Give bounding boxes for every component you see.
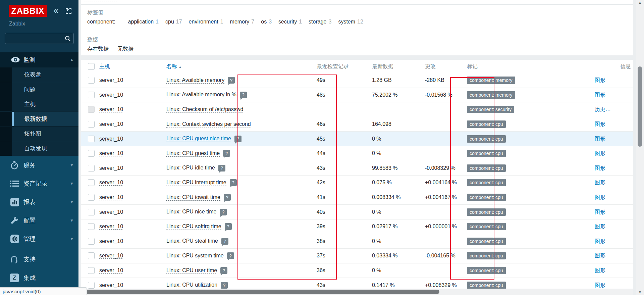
tag-badge[interactable]: component: cpu	[467, 208, 506, 216]
row-checkbox[interactable]	[88, 77, 95, 84]
row-checkbox[interactable]	[88, 121, 95, 128]
tag-filter-link[interactable]: storage	[309, 19, 326, 25]
sidebar-item-服务[interactable]: 服务▼	[0, 156, 78, 174]
host-link[interactable]: server_10	[99, 180, 123, 186]
sidebar-item-资产记录[interactable]: 资产记录▼	[0, 174, 78, 193]
help-icon[interactable]: ?	[225, 223, 232, 230]
info-link[interactable]: 历史…	[595, 106, 611, 112]
tag-filter-link[interactable]: system	[338, 19, 355, 25]
column-header-host[interactable]: 主机	[99, 63, 110, 70]
sidebar-item-配置[interactable]: 配置▼	[0, 211, 78, 230]
row-checkbox[interactable]	[88, 267, 95, 274]
tag-badge[interactable]: component: memory	[467, 91, 515, 99]
sidebar-item-monitoring[interactable]: 监测▲	[0, 52, 78, 67]
host-link[interactable]: server_10	[99, 224, 123, 230]
sidebar-item-集成[interactable]: Z集成	[0, 268, 78, 287]
tag-badge[interactable]: component: cpu	[467, 150, 506, 157]
tag-badge[interactable]: component: cpu	[467, 267, 506, 274]
tag-filter-link[interactable]: cpu	[165, 19, 174, 25]
host-link[interactable]: server_10	[99, 150, 123, 156]
info-link[interactable]: 图形	[595, 253, 605, 258]
tag-badge[interactable]: component: cpu	[467, 282, 506, 289]
help-icon[interactable]: ?	[220, 209, 227, 215]
tag-badge[interactable]: component: cpu	[467, 120, 506, 128]
item-name-link[interactable]: Linux: CPU guest nice time	[166, 136, 231, 142]
host-link[interactable]: server_10	[99, 209, 123, 215]
info-link[interactable]: 图形	[595, 209, 605, 214]
row-checkbox[interactable]	[88, 150, 95, 157]
host-link[interactable]: server_10	[99, 253, 123, 259]
info-link[interactable]: 图形	[595, 224, 605, 229]
tag-filter-link[interactable]: security	[278, 19, 297, 25]
sidebar-expand-icon[interactable]	[66, 8, 71, 14]
help-icon[interactable]: ?	[228, 77, 235, 84]
item-name-link[interactable]: Linux: CPU iowait time	[166, 194, 220, 201]
row-checkbox[interactable]	[88, 165, 95, 171]
help-icon[interactable]: ?	[227, 252, 234, 259]
vertical-scrollbar-thumb[interactable]	[638, 66, 642, 147]
info-link[interactable]: 图形	[595, 77, 605, 83]
row-checkbox[interactable]	[88, 194, 95, 201]
item-name-link[interactable]: Linux: CPU steal time	[166, 238, 218, 244]
sidebar-item-管理[interactable]: 管理▼	[0, 230, 78, 248]
sidebar-subitem-最新数据[interactable]: 最新数据	[0, 111, 78, 126]
vertical-scrollbar[interactable]: ▲ ▼	[636, 0, 644, 295]
help-icon[interactable]: ?	[221, 282, 228, 289]
item-name-link[interactable]: Linux: CPU softirq time	[166, 224, 221, 230]
item-name-link[interactable]: Linux: CPU user time	[166, 267, 217, 274]
item-name-link[interactable]: Linux: CPU interrupt time	[166, 180, 226, 186]
row-checkbox[interactable]	[88, 136, 95, 142]
host-link[interactable]: server_10	[99, 77, 123, 83]
item-name-link[interactable]: Linux: Checksum of /etc/passwd	[166, 106, 243, 113]
select-all-checkbox[interactable]	[88, 63, 95, 70]
row-checkbox[interactable]	[88, 238, 95, 245]
info-link[interactable]: 图形	[595, 150, 605, 156]
info-link[interactable]: 图形	[595, 121, 605, 127]
tag-badge[interactable]: component: cpu	[467, 223, 506, 230]
row-checkbox[interactable]	[88, 179, 95, 186]
data-filter-option-存在数据[interactable]: 存在数据	[87, 46, 109, 53]
row-checkbox[interactable]	[88, 209, 95, 215]
info-link[interactable]: 图形	[595, 238, 605, 244]
horizontal-scrollbar-thumb[interactable]	[84, 290, 439, 294]
item-name-link[interactable]: Linux: CPU system time	[166, 253, 224, 259]
host-link[interactable]: server_10	[99, 267, 123, 274]
host-link[interactable]: server_10	[99, 238, 123, 244]
help-icon[interactable]: ?	[224, 194, 231, 201]
row-checkbox[interactable]	[88, 252, 95, 259]
search-icon[interactable]	[64, 35, 71, 42]
help-icon[interactable]: ?	[234, 136, 241, 142]
info-link[interactable]: 图形	[595, 194, 605, 200]
item-name-link[interactable]: Linux: Context switches per second	[166, 121, 251, 128]
sidebar-item-支持[interactable]: 支持	[0, 250, 78, 268]
item-name-link[interactable]: Linux: CPU idle time	[166, 165, 215, 171]
help-icon[interactable]: ?	[223, 150, 230, 157]
host-link[interactable]: server_10	[99, 136, 123, 142]
tag-badge[interactable]: component: cpu	[467, 194, 506, 201]
help-icon[interactable]: ?	[240, 92, 247, 98]
item-name-link[interactable]: Linux: Available memory in %	[166, 92, 236, 98]
item-name-link[interactable]: Linux: CPU nice time	[166, 209, 216, 215]
tag-badge[interactable]: component: cpu	[467, 238, 506, 245]
info-link[interactable]: 图形	[595, 136, 605, 141]
scroll-down-icon[interactable]: ▼	[636, 290, 644, 294]
host-link[interactable]: server_10	[99, 282, 123, 288]
sidebar-subitem-自动发现[interactable]: 自动发现	[0, 141, 78, 156]
help-icon[interactable]: ?	[218, 165, 225, 171]
row-checkbox[interactable]	[88, 92, 95, 98]
host-link[interactable]: server_10	[99, 165, 123, 171]
row-checkbox[interactable]	[88, 223, 95, 230]
host-link[interactable]: server_10	[99, 194, 123, 200]
help-icon[interactable]: ?	[220, 267, 227, 274]
tag-badge[interactable]: component: cpu	[467, 179, 506, 186]
tag-filter-link[interactable]: os	[261, 19, 267, 25]
host-link[interactable]: server_10	[99, 92, 123, 98]
sidebar-item-报表[interactable]: 报表▼	[0, 193, 78, 211]
item-name-link[interactable]: Linux: Available memory	[166, 77, 224, 84]
tag-badge[interactable]: component: security	[467, 106, 514, 113]
search-input[interactable]	[7, 34, 63, 43]
zabbix-logo[interactable]: ZABBIX	[9, 5, 47, 17]
horizontal-scrollbar[interactable]	[81, 289, 633, 295]
info-link[interactable]: 图形	[595, 92, 605, 97]
host-link[interactable]: server_10	[99, 106, 123, 112]
